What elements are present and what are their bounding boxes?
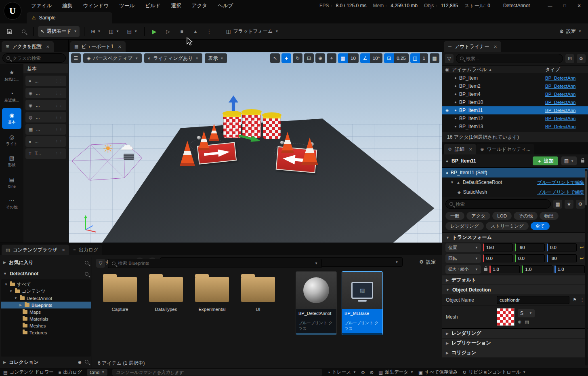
outliner-row[interactable]: ●BP_Item2BP_DetectAnn: [442, 82, 588, 90]
tab-world-settings[interactable]: ⊕ ワールドセッティ...: [476, 144, 534, 154]
scale-snap-control[interactable]: ⊡0.25: [384, 53, 408, 63]
edit-in-blueprint-link[interactable]: ブループリントで編集: [537, 180, 584, 186]
editor-mode-dropdown[interactable]: ↖ 選択モード ▼: [38, 26, 80, 37]
section-rendering[interactable]: ▶レンダリング: [442, 328, 588, 338]
filter-all[interactable]: 全て: [531, 222, 550, 230]
eye-icon[interactable]: ◉: [442, 108, 452, 112]
type-link[interactable]: BP_DetectAnn: [545, 84, 588, 89]
asset-search-input[interactable]: [118, 261, 312, 266]
type-link[interactable]: BP_DetectAnn: [545, 76, 588, 80]
scale-z-field[interactable]: 1.0: [554, 265, 585, 273]
viewport-menu-button[interactable]: ☰: [71, 53, 81, 63]
outliner-search-input[interactable]: [466, 56, 559, 61]
chevron-down-icon[interactable]: ▼: [315, 262, 318, 265]
close-icon[interactable]: ✕: [494, 44, 497, 49]
new-folder-icon[interactable]: ⊞: [565, 54, 574, 63]
rotation-x-field[interactable]: 0.0: [483, 254, 513, 262]
filter-actor[interactable]: アクタ: [466, 212, 490, 220]
scale-x-field[interactable]: 1.0: [489, 265, 520, 273]
place-actor-item[interactable]: ●...⋮⋮: [25, 76, 66, 86]
category-shapes[interactable]: ▧形状: [0, 151, 23, 172]
blueprints-dropdown[interactable]: ◫▼: [107, 26, 122, 37]
object-name-input[interactable]: cushiondr: [497, 296, 569, 304]
grid-view-icon[interactable]: ▦: [553, 200, 562, 209]
menu-build[interactable]: ビルド: [140, 0, 166, 11]
category-lights[interactable]: ◎ライト: [0, 130, 23, 151]
cinematics-dropdown[interactable]: ▤▼: [125, 26, 140, 37]
place-actor-item[interactable]: ◉...⋮⋮: [25, 100, 66, 110]
section-default[interactable]: ▶デフォルト: [442, 275, 588, 285]
location-z-field[interactable]: 0.0: [547, 243, 577, 251]
reset-to-default-icon[interactable]: ↩: [579, 245, 585, 250]
section-replication[interactable]: ▶レプリケーション: [442, 338, 588, 348]
location-dropdown[interactable]: 位置▼: [445, 243, 481, 252]
play-button[interactable]: ▶: [149, 26, 160, 37]
project-header[interactable]: ▼DetectAnnot: [0, 268, 92, 279]
menu-edit[interactable]: 編集: [57, 0, 78, 11]
lock-icon[interactable]: [581, 160, 584, 163]
rotate-tool-button[interactable]: ↻: [293, 53, 302, 63]
viewport-3d-scene[interactable]: ☀ ☁ ☰ ◈パースペクティブ▼ ◐ライティングあり▼ 表: [69, 52, 442, 243]
close-icon[interactable]: ✕: [469, 147, 472, 152]
category-recent[interactable]: ◔最近使...: [0, 86, 23, 107]
place-actor-item[interactable]: ▦...⋮⋮: [25, 124, 66, 135]
filter-rendering[interactable]: レンダリング: [445, 222, 484, 230]
output-log-button[interactable]: ≡出力ログ: [59, 369, 82, 375]
place-actor-item[interactable]: ◉...⋮⋮: [25, 88, 66, 98]
tree-item-materials[interactable]: Materials: [1, 315, 91, 322]
cleanup-button[interactable]: ⊘: [370, 370, 374, 375]
type-link[interactable]: BP_DetectAnn: [545, 92, 588, 97]
asset-tile-bp-detectannot[interactable]: BP_DetectAnnotブループリント クラス: [296, 271, 337, 335]
close-icon[interactable]: ✕: [62, 248, 65, 252]
tree-item-content[interactable]: ▼コンテンツ: [1, 288, 91, 295]
favorites-star-icon[interactable]: ★: [565, 200, 573, 209]
section-collision[interactable]: ▶コリジョン: [442, 348, 588, 357]
filter-icon[interactable]: ▽: [96, 259, 105, 268]
perspective-dropdown[interactable]: ◈パースペクティブ▼: [83, 53, 142, 63]
tree-item-blueprints-selected[interactable]: ▶Blueprints: [1, 302, 91, 308]
filter-streaming[interactable]: ストリーミング: [486, 222, 529, 230]
scale-y-field[interactable]: 1.0: [522, 265, 552, 273]
menu-file[interactable]: ファイル: [26, 0, 57, 11]
menu-select[interactable]: 選択: [166, 0, 187, 11]
vertex-handle[interactable]: [197, 136, 201, 139]
class-search-input[interactable]: [13, 56, 62, 61]
collections-header[interactable]: ▶コレクション⊕: [0, 357, 92, 368]
rotation-y-field[interactable]: 0.0: [515, 254, 545, 262]
component-row-scene-root[interactable]: ▼▲DefaultSceneRootブループリントで編集: [442, 177, 588, 187]
filter-general[interactable]: 一般: [445, 212, 464, 220]
reset-to-default-icon[interactable]: ↩: [579, 256, 585, 261]
mesh-thumbnail[interactable]: [497, 308, 514, 326]
details-settings-icon[interactable]: ⚙: [576, 200, 585, 209]
tree-item-detectannot[interactable]: ▼DetectAnnot: [1, 295, 91, 302]
console-command-input[interactable]: [116, 370, 319, 375]
console-command-box[interactable]: [112, 369, 322, 376]
flag-icon[interactable]: ⚑: [573, 297, 577, 302]
insights-button[interactable]: ⊙: [361, 370, 365, 375]
maximize-viewport-button[interactable]: ▦: [430, 53, 439, 63]
all-saved-indicator[interactable]: ▣すべて保存済み: [418, 369, 458, 375]
category-basic[interactable]: ◉基本: [2, 108, 21, 129]
menu-tools[interactable]: ツール: [114, 0, 140, 11]
component-row-self[interactable]: ●BP_Item11 (Self): [442, 168, 588, 177]
tab-outliner[interactable]: ☰ アウトライナー ✕: [444, 41, 501, 52]
move-tool-button[interactable]: +: [281, 53, 291, 63]
cushion-drum-mesh[interactable]: [242, 112, 261, 138]
frame-skip-button[interactable]: ▷: [163, 26, 173, 37]
section-transform[interactable]: ▼トランスフォーム: [442, 232, 588, 242]
details-search-box[interactable]: [445, 199, 551, 209]
asset-tile-bp-mlbase-selected[interactable]: ▨ BP_MLBaseブループリント クラス: [342, 271, 383, 335]
rotation-z-field[interactable]: -80: [547, 254, 577, 262]
content-drawer-button[interactable]: ▤コンテンツ ドロワー: [3, 369, 54, 375]
play-options-menu[interactable]: ⋮: [204, 26, 214, 37]
search-icon[interactable]: [85, 272, 88, 276]
tree-item-textures[interactable]: Textures: [1, 329, 91, 336]
browse-to-asset-icon[interactable]: ⊕: [518, 319, 521, 325]
category-misc[interactable]: ⋯その他: [0, 193, 23, 214]
folder-tile-experimental[interactable]: Experimental: [191, 271, 233, 312]
tab-viewport1[interactable]: ▦ ビューポート1 ✕: [70, 41, 126, 52]
search-icon[interactable]: [85, 360, 88, 363]
menu-window[interactable]: ウィンドウ: [78, 0, 114, 11]
rotation-snap-control[interactable]: ∠10°: [360, 53, 382, 63]
folder-tile-capture[interactable]: Capture: [99, 271, 141, 312]
